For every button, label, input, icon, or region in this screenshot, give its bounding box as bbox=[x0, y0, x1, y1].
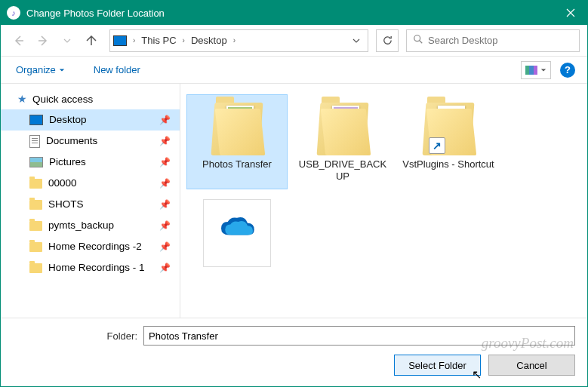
chevron-down-icon bbox=[59, 67, 65, 73]
view-options-button[interactable] bbox=[521, 61, 551, 79]
pin-icon: 📌 bbox=[159, 133, 171, 149]
sidebar-item-label: SHOTS bbox=[48, 196, 84, 213]
arrow-left-icon bbox=[13, 35, 25, 47]
new-folder-button[interactable]: New folder bbox=[91, 61, 143, 78]
close-button[interactable] bbox=[553, 1, 587, 25]
sidebar-item-documents[interactable]: Documents📌 bbox=[1, 131, 180, 152]
search-input[interactable] bbox=[428, 35, 573, 46]
sidebar-item-label: Desktop bbox=[49, 112, 87, 128]
titlebar: ♪ Change Photos Folder Location bbox=[1, 1, 587, 25]
pin-icon: 📌 bbox=[159, 217, 171, 234]
breadcrumb-desktop[interactable]: Desktop bbox=[186, 35, 232, 46]
sidebar-item-label: Documents bbox=[46, 133, 97, 149]
dialog-window: ♪ Change Photos Folder Location › This P… bbox=[0, 0, 588, 387]
sidebar-item-pictures[interactable]: Pictures📌 bbox=[1, 152, 180, 173]
select-folder-button[interactable]: Select Folder bbox=[394, 355, 481, 376]
refresh-button[interactable] bbox=[376, 29, 399, 52]
file-pane[interactable]: Photos TransferUSB_DRIVE_BACKUP↗VstPlugi… bbox=[180, 84, 587, 318]
close-icon bbox=[566, 8, 575, 17]
folder-icon: ↗ bbox=[424, 103, 473, 155]
pc-icon bbox=[113, 35, 127, 46]
pin-icon: 📌 bbox=[159, 154, 171, 170]
folder-icon bbox=[319, 103, 367, 155]
toolbar: Organize New folder ? bbox=[1, 57, 587, 84]
quick-access-header[interactable]: ★ Quick access bbox=[1, 90, 180, 109]
chevron-down-icon bbox=[352, 37, 360, 45]
file-item[interactable] bbox=[186, 194, 288, 277]
desktop-icon bbox=[29, 115, 43, 125]
sidebar-item-label: pymts_backup bbox=[48, 217, 114, 234]
breadcrumb-sep-icon: › bbox=[232, 36, 237, 45]
pin-icon: 📌 bbox=[159, 238, 171, 255]
file-label: VstPlugins - Shortcut bbox=[402, 158, 494, 170]
view-icon bbox=[525, 66, 537, 75]
doc-icon bbox=[29, 135, 40, 148]
star-icon: ★ bbox=[17, 93, 27, 105]
chevron-down-icon bbox=[63, 37, 71, 45]
back-button[interactable] bbox=[8, 30, 29, 51]
pin-icon: 📌 bbox=[159, 196, 171, 213]
sidebar-item-label: Pictures bbox=[49, 154, 86, 170]
window-title: Change Photos Folder Location bbox=[26, 8, 553, 19]
sidebar-item-label: Home Recordings - 1 bbox=[48, 260, 145, 276]
chevron-down-icon bbox=[540, 67, 546, 73]
breadcrumb-sep-icon: › bbox=[181, 36, 186, 45]
folder-icon bbox=[213, 103, 261, 155]
sidebar-item-home-recordings-2[interactable]: Home Recordings -2📌 bbox=[1, 236, 180, 257]
shortcut-icon: ↗ bbox=[429, 137, 445, 154]
file-label: USB_DRIVE_BACKUP bbox=[296, 158, 389, 183]
arrow-up-icon bbox=[85, 35, 97, 47]
cancel-button[interactable]: Cancel bbox=[488, 355, 575, 376]
svg-point-0 bbox=[414, 35, 420, 41]
folder-icon bbox=[29, 221, 42, 231]
sidebar-item-desktop[interactable]: Desktop📌 bbox=[1, 109, 180, 131]
sidebar-item-pymts-backup[interactable]: pymts_backup📌 bbox=[1, 215, 180, 236]
file-item[interactable]: ↗VstPlugins - Shortcut bbox=[398, 94, 499, 189]
folder-icon bbox=[29, 263, 42, 273]
pin-icon: 📌 bbox=[159, 260, 171, 276]
folder-icon bbox=[29, 200, 42, 210]
address-bar[interactable]: › This PC › Desktop › bbox=[109, 29, 368, 52]
sidebar-item-home-recordings-1[interactable]: Home Recordings - 1📌 bbox=[1, 257, 180, 278]
pin-icon: 📌 bbox=[159, 112, 171, 128]
pin-icon: 📌 bbox=[159, 175, 171, 192]
folder-icon bbox=[29, 242, 42, 252]
file-item[interactable]: Photos Transfer bbox=[186, 94, 288, 189]
pics-icon bbox=[29, 157, 43, 167]
help-button[interactable]: ? bbox=[560, 63, 575, 78]
sidebar: ★ Quick access Desktop📌Documents📌Picture… bbox=[1, 84, 180, 318]
breadcrumb-this-pc[interactable]: This PC bbox=[137, 35, 180, 46]
sidebar-item-00000[interactable]: 00000📌 bbox=[1, 173, 180, 194]
organize-button[interactable]: Organize bbox=[13, 61, 68, 78]
sidebar-item-shots[interactable]: SHOTS📌 bbox=[1, 194, 180, 215]
app-icon: ♪ bbox=[7, 6, 20, 20]
search-box[interactable] bbox=[406, 29, 580, 52]
up-button[interactable] bbox=[81, 30, 102, 51]
address-dropdown[interactable] bbox=[348, 34, 365, 48]
navbar: › This PC › Desktop › bbox=[1, 25, 587, 57]
sidebar-item-label: Home Recordings -2 bbox=[48, 238, 142, 255]
content-area: ★ Quick access Desktop📌Documents📌Picture… bbox=[1, 84, 587, 318]
search-icon bbox=[413, 34, 423, 48]
file-item[interactable]: USB_DRIVE_BACKUP bbox=[292, 94, 393, 189]
onedrive-icon bbox=[216, 213, 258, 241]
quick-access-label: Quick access bbox=[32, 94, 93, 105]
forward-button[interactable] bbox=[32, 30, 54, 51]
footer: groovyPost.com Folder: Select Folder Can… bbox=[1, 318, 587, 386]
file-label: Photos Transfer bbox=[202, 158, 272, 170]
folder-input[interactable] bbox=[143, 326, 575, 346]
refresh-icon bbox=[382, 35, 393, 46]
sidebar-item-label: 00000 bbox=[48, 175, 77, 192]
breadcrumb-sep-icon: › bbox=[131, 36, 137, 45]
recent-dropdown[interactable] bbox=[57, 30, 78, 51]
folder-icon bbox=[29, 179, 42, 189]
arrow-right-icon bbox=[37, 35, 49, 47]
folder-label: Folder: bbox=[13, 330, 137, 342]
